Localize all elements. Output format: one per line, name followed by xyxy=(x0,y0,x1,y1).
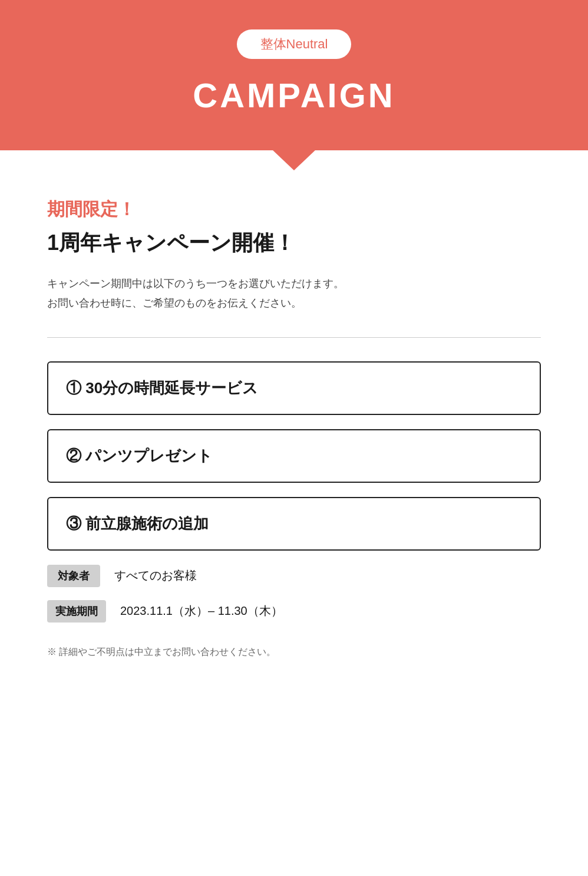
info-section: 対象者 すべてのお客様 実施期間 2023.11.1（水）– 11.30（木） xyxy=(47,565,541,623)
header-section: 整体Neutral CAMPAIGN xyxy=(0,0,588,150)
description-line1: キャンペーン期間中は以下のうち一つをお選びいただけます。 xyxy=(47,278,344,289)
option-box-3: ③ 前立腺施術の追加 xyxy=(47,497,541,551)
option-3-number: ③ xyxy=(66,515,85,532)
main-heading: 1周年キャンペーン開催！ xyxy=(47,229,541,258)
option-1-text: 30分の時間延長サービス xyxy=(85,379,258,397)
option-box-1: ① 30分の時間延長サービス xyxy=(47,361,541,415)
divider xyxy=(47,337,541,338)
info-label-target: 対象者 xyxy=(47,565,100,587)
info-label-period: 実施期間 xyxy=(47,600,106,623)
info-value-target: すべてのお客様 xyxy=(114,568,197,584)
option-2-number: ② xyxy=(66,447,85,465)
brand-pill: 整体Neutral xyxy=(237,29,352,59)
option-3-text: 前立腺施術の追加 xyxy=(85,515,209,532)
campaign-title: CAMPAIGN xyxy=(193,75,395,115)
header-arrow-decoration xyxy=(272,149,316,170)
footnote: ※ 詳細やご不明点は中立までお問い合わせください。 xyxy=(47,646,541,658)
option-1-number: ① xyxy=(66,379,85,397)
option-2-text: パンツプレゼント xyxy=(85,447,213,465)
content-section: 期間限定！ 1周年キャンペーン開催！ キャンペーン期間中は以下のうち一つをお選び… xyxy=(0,150,588,694)
limited-label: 期間限定！ xyxy=(47,197,541,222)
info-value-period: 2023.11.1（水）– 11.30（木） xyxy=(120,603,283,619)
option-box-2: ② パンツプレゼント xyxy=(47,429,541,483)
description-line2: お問い合わせ時に、ご希望のものをお伝えください。 xyxy=(47,297,302,309)
description: キャンペーン期間中は以下のうち一つをお選びいただけます。 お問い合わせ時に、ご希… xyxy=(47,274,541,314)
info-row-target: 対象者 すべてのお客様 xyxy=(47,565,541,587)
info-row-period: 実施期間 2023.11.1（水）– 11.30（木） xyxy=(47,600,541,623)
